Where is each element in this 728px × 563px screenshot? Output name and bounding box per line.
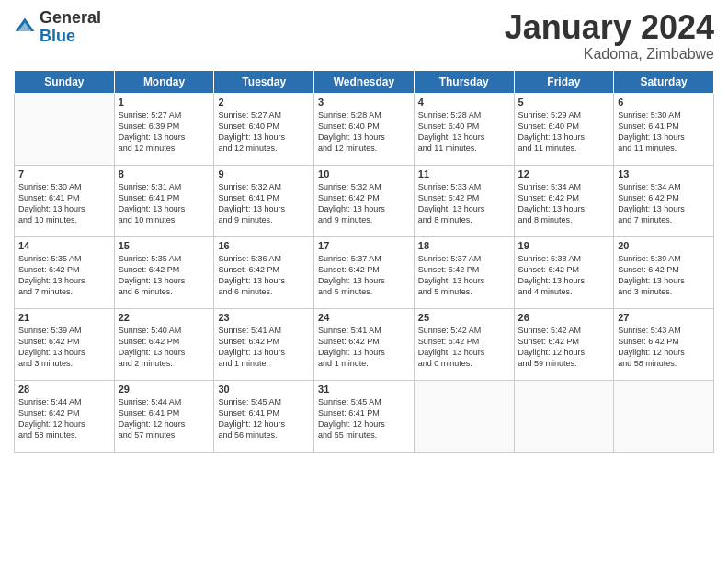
cell-content: Sunrise: 5:27 AM Sunset: 6:40 PM Dayligh… <box>218 109 310 155</box>
day-number: 26 <box>518 312 610 323</box>
day-number: 17 <box>318 240 410 251</box>
cell-content: Sunrise: 5:41 AM Sunset: 6:42 PM Dayligh… <box>218 325 310 370</box>
day-number: 15 <box>119 240 210 251</box>
header-sunday: Sunday <box>15 70 115 93</box>
calendar-cell: 16Sunrise: 5:36 AM Sunset: 6:42 PM Dayli… <box>214 236 314 308</box>
cell-content: Sunrise: 5:31 AM Sunset: 6:41 PM Dayligh… <box>119 181 210 226</box>
calendar-cell: 14Sunrise: 5:35 AM Sunset: 6:42 PM Dayli… <box>15 236 115 308</box>
cell-content: Sunrise: 5:37 AM Sunset: 6:42 PM Dayligh… <box>418 253 510 298</box>
calendar-cell: 23Sunrise: 5:41 AM Sunset: 6:42 PM Dayli… <box>214 308 314 380</box>
day-number: 13 <box>618 168 710 179</box>
cell-content: Sunrise: 5:39 AM Sunset: 6:42 PM Dayligh… <box>618 253 710 298</box>
calendar-cell: 9Sunrise: 5:32 AM Sunset: 6:41 PM Daylig… <box>214 165 314 236</box>
calendar-cell: 5Sunrise: 5:29 AM Sunset: 6:40 PM Daylig… <box>514 93 614 165</box>
calendar-cell: 1Sunrise: 5:27 AM Sunset: 6:39 PM Daylig… <box>114 93 214 165</box>
cell-content: Sunrise: 5:45 AM Sunset: 6:41 PM Dayligh… <box>318 396 410 442</box>
cell-content: Sunrise: 5:45 AM Sunset: 6:41 PM Dayligh… <box>218 396 310 442</box>
week-row-4: 21Sunrise: 5:39 AM Sunset: 6:42 PM Dayli… <box>15 308 714 380</box>
calendar-cell: 11Sunrise: 5:33 AM Sunset: 6:42 PM Dayli… <box>414 165 514 236</box>
cell-content: Sunrise: 5:34 AM Sunset: 6:42 PM Dayligh… <box>618 181 710 226</box>
day-number: 18 <box>418 240 510 251</box>
header-friday: Friday <box>514 70 614 93</box>
week-row-3: 14Sunrise: 5:35 AM Sunset: 6:42 PM Dayli… <box>15 236 714 308</box>
calendar-cell: 22Sunrise: 5:40 AM Sunset: 6:42 PM Dayli… <box>114 308 214 380</box>
calendar-cell: 21Sunrise: 5:39 AM Sunset: 6:42 PM Dayli… <box>15 308 115 380</box>
day-number: 16 <box>218 240 310 251</box>
day-number: 3 <box>318 97 410 108</box>
cell-content: Sunrise: 5:33 AM Sunset: 6:42 PM Dayligh… <box>418 181 510 226</box>
logo-icon <box>14 17 36 39</box>
calendar-cell: 7Sunrise: 5:30 AM Sunset: 6:41 PM Daylig… <box>15 165 115 236</box>
day-number: 24 <box>318 312 410 323</box>
day-number: 20 <box>618 240 710 251</box>
calendar-table: Sunday Monday Tuesday Wednesday Thursday… <box>14 70 714 453</box>
calendar-cell: 19Sunrise: 5:38 AM Sunset: 6:42 PM Dayli… <box>514 236 614 308</box>
cell-content: Sunrise: 5:28 AM Sunset: 6:40 PM Dayligh… <box>418 109 510 155</box>
day-number: 8 <box>119 168 210 179</box>
calendar-cell: 15Sunrise: 5:35 AM Sunset: 6:42 PM Dayli… <box>114 236 214 308</box>
calendar-cell: 6Sunrise: 5:30 AM Sunset: 6:41 PM Daylig… <box>614 93 714 165</box>
cell-content: Sunrise: 5:35 AM Sunset: 6:42 PM Dayligh… <box>18 253 110 298</box>
week-row-5: 28Sunrise: 5:44 AM Sunset: 6:42 PM Dayli… <box>15 380 714 452</box>
cell-content: Sunrise: 5:30 AM Sunset: 6:41 PM Dayligh… <box>18 181 110 226</box>
day-number: 21 <box>18 312 110 323</box>
cell-content: Sunrise: 5:30 AM Sunset: 6:41 PM Dayligh… <box>618 109 710 155</box>
cell-content: Sunrise: 5:40 AM Sunset: 6:42 PM Dayligh… <box>119 325 210 370</box>
day-number: 1 <box>119 97 210 108</box>
week-row-2: 7Sunrise: 5:30 AM Sunset: 6:41 PM Daylig… <box>15 165 714 236</box>
calendar-page: General Blue January 2024 Kadoma, Zimbab… <box>0 0 728 563</box>
cell-content: Sunrise: 5:37 AM Sunset: 6:42 PM Dayligh… <box>318 253 410 298</box>
day-number: 28 <box>18 384 110 395</box>
day-number: 22 <box>119 312 210 323</box>
day-number: 11 <box>418 168 510 179</box>
logo-general: General <box>40 9 101 28</box>
header-saturday: Saturday <box>614 70 714 93</box>
calendar-cell: 20Sunrise: 5:39 AM Sunset: 6:42 PM Dayli… <box>614 236 714 308</box>
cell-content: Sunrise: 5:27 AM Sunset: 6:39 PM Dayligh… <box>119 109 210 155</box>
day-number: 19 <box>518 240 610 251</box>
cell-content: Sunrise: 5:41 AM Sunset: 6:42 PM Dayligh… <box>318 325 410 370</box>
day-number: 25 <box>418 312 510 323</box>
cell-content: Sunrise: 5:32 AM Sunset: 6:41 PM Dayligh… <box>218 181 310 226</box>
calendar-cell: 17Sunrise: 5:37 AM Sunset: 6:42 PM Dayli… <box>314 236 415 308</box>
calendar-cell: 3Sunrise: 5:28 AM Sunset: 6:40 PM Daylig… <box>314 93 415 165</box>
cell-content: Sunrise: 5:29 AM Sunset: 6:40 PM Dayligh… <box>518 109 610 155</box>
calendar-cell: 12Sunrise: 5:34 AM Sunset: 6:42 PM Dayli… <box>514 165 614 236</box>
calendar-cell: 27Sunrise: 5:43 AM Sunset: 6:42 PM Dayli… <box>614 308 714 380</box>
page-header: General Blue January 2024 Kadoma, Zimbab… <box>14 9 714 63</box>
calendar-cell <box>414 380 514 452</box>
day-number: 14 <box>18 240 110 251</box>
calendar-title: January 2024 <box>505 9 714 46</box>
header-monday: Monday <box>114 70 214 93</box>
logo-text: General Blue <box>40 9 101 46</box>
calendar-cell: 4Sunrise: 5:28 AM Sunset: 6:40 PM Daylig… <box>414 93 514 165</box>
day-number: 27 <box>618 312 710 323</box>
day-number: 9 <box>218 168 310 179</box>
day-number: 10 <box>318 168 410 179</box>
day-number: 6 <box>618 97 710 108</box>
calendar-body: 1Sunrise: 5:27 AM Sunset: 6:39 PM Daylig… <box>15 93 714 452</box>
logo-blue: Blue <box>40 28 101 46</box>
calendar-cell: 28Sunrise: 5:44 AM Sunset: 6:42 PM Dayli… <box>15 380 115 452</box>
calendar-cell <box>614 380 714 452</box>
day-number: 4 <box>418 97 510 108</box>
calendar-cell: 24Sunrise: 5:41 AM Sunset: 6:42 PM Dayli… <box>314 308 415 380</box>
day-number: 29 <box>119 384 210 395</box>
day-number: 30 <box>218 384 310 395</box>
day-number: 12 <box>518 168 610 179</box>
calendar-cell: 13Sunrise: 5:34 AM Sunset: 6:42 PM Dayli… <box>614 165 714 236</box>
day-number: 2 <box>218 97 310 108</box>
day-number: 31 <box>318 384 410 395</box>
calendar-cell: 8Sunrise: 5:31 AM Sunset: 6:41 PM Daylig… <box>114 165 214 236</box>
header-row: Sunday Monday Tuesday Wednesday Thursday… <box>15 70 714 93</box>
calendar-subtitle: Kadoma, Zimbabwe <box>505 46 714 63</box>
title-area: January 2024 Kadoma, Zimbabwe <box>505 9 714 63</box>
week-row-1: 1Sunrise: 5:27 AM Sunset: 6:39 PM Daylig… <box>15 93 714 165</box>
calendar-cell: 30Sunrise: 5:45 AM Sunset: 6:41 PM Dayli… <box>214 380 314 452</box>
cell-content: Sunrise: 5:44 AM Sunset: 6:41 PM Dayligh… <box>119 396 210 442</box>
cell-content: Sunrise: 5:42 AM Sunset: 6:42 PM Dayligh… <box>418 325 510 370</box>
calendar-cell: 31Sunrise: 5:45 AM Sunset: 6:41 PM Dayli… <box>314 380 415 452</box>
calendar-cell: 2Sunrise: 5:27 AM Sunset: 6:40 PM Daylig… <box>214 93 314 165</box>
cell-content: Sunrise: 5:39 AM Sunset: 6:42 PM Dayligh… <box>18 325 110 370</box>
logo: General Blue <box>14 9 101 46</box>
